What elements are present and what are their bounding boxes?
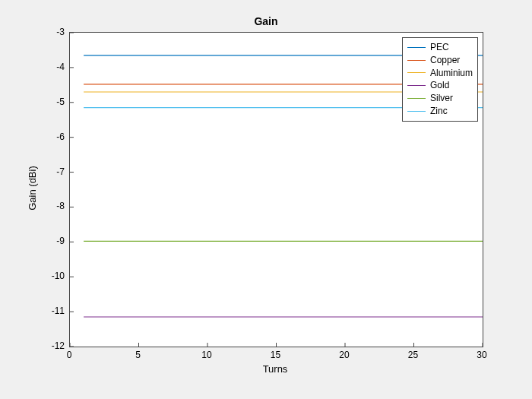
legend[interactable]: PECCopperAluminiumGoldSilverZinc bbox=[402, 37, 478, 122]
legend-entry[interactable]: Copper bbox=[407, 54, 473, 67]
x-axis-label: Turns bbox=[237, 363, 313, 375]
y-tick-label: -7 bbox=[42, 166, 65, 177]
x-tick-label: 25 bbox=[408, 350, 418, 360]
legend-entry[interactable]: Gold bbox=[407, 79, 473, 92]
y-tick-label: -6 bbox=[42, 131, 65, 142]
legend-label: Silver bbox=[430, 92, 453, 105]
legend-label: Copper bbox=[430, 54, 460, 67]
legend-swatch bbox=[407, 98, 426, 99]
legend-entry[interactable]: Aluminium bbox=[407, 67, 473, 80]
figure: Gain PECCopperAluminiumGoldSilverZinc Ga… bbox=[0, 0, 532, 399]
y-tick-label: -9 bbox=[42, 236, 65, 246]
y-tick-label: -3 bbox=[42, 27, 65, 37]
legend-swatch bbox=[407, 111, 426, 112]
legend-label: Gold bbox=[430, 79, 449, 92]
x-tick-label: 15 bbox=[271, 350, 280, 360]
legend-entry[interactable]: PEC bbox=[407, 41, 473, 54]
legend-entry[interactable]: Zinc bbox=[407, 105, 473, 118]
y-tick-label: -10 bbox=[42, 271, 65, 281]
y-tick-label: -5 bbox=[42, 97, 65, 107]
legend-label: Aluminium bbox=[430, 67, 473, 80]
x-tick-label: 30 bbox=[477, 350, 486, 360]
chart-title: Gain bbox=[0, 15, 532, 27]
legend-label: PEC bbox=[430, 41, 449, 54]
y-tick-label: -12 bbox=[42, 340, 65, 351]
x-tick-label: 20 bbox=[339, 350, 349, 360]
legend-entry[interactable]: Silver bbox=[407, 92, 473, 105]
legend-swatch bbox=[407, 85, 426, 86]
legend-label: Zinc bbox=[430, 105, 448, 118]
x-tick-label: 5 bbox=[135, 350, 141, 360]
x-tick-label: 10 bbox=[201, 350, 211, 360]
y-axis-label: Gain (dBi) bbox=[27, 166, 38, 211]
axes: PECCopperAluminiumGoldSilverZinc bbox=[69, 32, 483, 347]
x-tick-label: 0 bbox=[67, 350, 72, 360]
legend-swatch bbox=[407, 47, 426, 48]
y-tick-label: -4 bbox=[42, 62, 65, 72]
legend-swatch bbox=[407, 72, 426, 73]
legend-swatch bbox=[407, 60, 426, 61]
y-tick-label: -8 bbox=[42, 201, 65, 211]
y-tick-label: -11 bbox=[42, 306, 65, 316]
